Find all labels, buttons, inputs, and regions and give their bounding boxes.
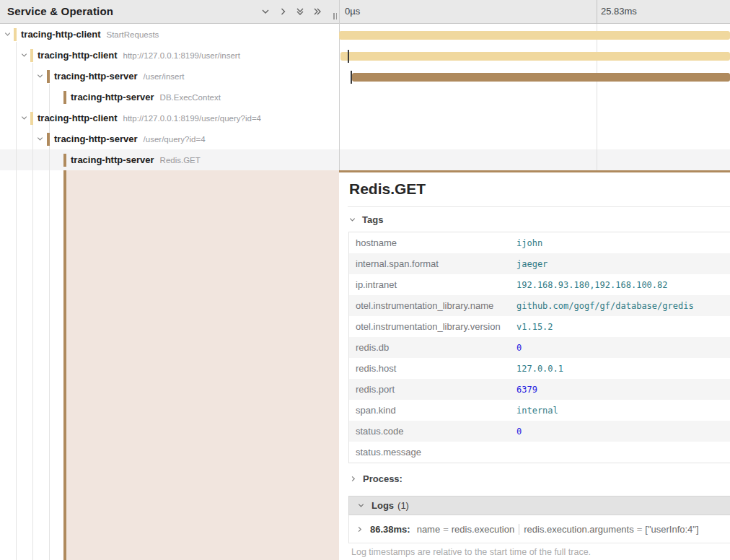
tag-row: otel.instrumentation_library.versionv1.1… bbox=[349, 316, 730, 337]
tag-row: internal.span.formatjaeger bbox=[349, 253, 730, 274]
span-detail-title: Redis.GET bbox=[349, 180, 426, 198]
log-field-separator bbox=[519, 524, 519, 535]
service-operation-title: Service & Operation bbox=[7, 5, 113, 17]
process-section-label: Process: bbox=[363, 473, 403, 484]
tag-key: internal.span.format bbox=[349, 258, 516, 269]
tag-value: v1.15.2 bbox=[516, 322, 553, 332]
span-row[interactable]: tracing-http-clienthttp://127.0.0.1:8199… bbox=[0, 108, 339, 128]
span-operation-name: StartRequests bbox=[107, 30, 159, 39]
log-marker-tick bbox=[351, 71, 352, 84]
log-field-key: name bbox=[417, 524, 441, 535]
span-operation-name: http://127.0.0.1:8199/user/insert bbox=[123, 51, 240, 60]
logs-section-label: Logs bbox=[371, 500, 394, 511]
divider bbox=[348, 206, 730, 207]
expander-chevron-down-icon[interactable] bbox=[36, 72, 44, 80]
tag-row: status.message bbox=[349, 442, 730, 463]
span-operation-name: http://127.0.0.1:8199/user/query?id=4 bbox=[123, 114, 262, 123]
tag-key: redis.port bbox=[349, 384, 516, 395]
chevron-down-icon bbox=[357, 502, 365, 509]
tag-key: redis.host bbox=[349, 363, 516, 374]
tag-key: otel.instrumentation_library.name bbox=[349, 300, 516, 311]
span-service-name: tracing-http-clienthttp://127.0.0.1:8199… bbox=[38, 113, 261, 123]
span-row[interactable]: tracing-http-server/user/query?id=4 bbox=[0, 128, 339, 149]
span-detail-panel: Redis.GET Tags hostnameijohninternal.spa… bbox=[339, 170, 730, 560]
tag-value: ijohn bbox=[516, 238, 542, 248]
tags-table: hostnameijohninternal.span.formatjaegeri… bbox=[348, 232, 730, 463]
span-operation-name: /user/insert bbox=[144, 72, 185, 81]
span-row[interactable]: tracing-http-clientStartRequests bbox=[0, 24, 339, 45]
chevron-down-icon[interactable] bbox=[260, 6, 271, 17]
process-section-header[interactable]: Process: bbox=[349, 473, 403, 484]
log-timestamp: 86.38ms: bbox=[370, 524, 410, 535]
double-chevron-right-icon[interactable] bbox=[312, 6, 322, 17]
log-field-value: redis.execution bbox=[452, 524, 514, 535]
equals-sign: = bbox=[634, 524, 646, 535]
span-service-name: tracing-http-server/user/query?id=4 bbox=[54, 134, 206, 144]
span-color-indicator bbox=[14, 28, 17, 41]
span-tree-header: Service & Operation bbox=[0, 0, 339, 24]
span-row[interactable]: tracing-http-serverRedis.GET bbox=[0, 149, 339, 170]
span-color-indicator bbox=[63, 154, 66, 167]
chevron-right-icon bbox=[356, 525, 364, 533]
tag-value: 6379 bbox=[516, 385, 537, 395]
tag-row: ip.intranet192.168.93.180,192.168.100.82 bbox=[349, 274, 730, 295]
tag-value: 0 bbox=[516, 343, 522, 353]
tag-key: redis.db bbox=[349, 342, 516, 353]
span-service-name: tracing-http-serverDB.ExecContext bbox=[71, 92, 221, 102]
span-tree-rows: tracing-http-clientStartRequeststracing-… bbox=[0, 24, 339, 170]
span-operation-name: DB.ExecContext bbox=[160, 93, 221, 102]
log-footnote: Log timestamps are relative to the start… bbox=[351, 547, 591, 557]
tag-row: hostnameijohn bbox=[349, 232, 730, 253]
span-service-name: tracing-http-clientStartRequests bbox=[21, 29, 159, 40]
span-service-name: tracing-http-serverRedis.GET bbox=[71, 154, 201, 165]
chevron-right-icon bbox=[349, 475, 357, 483]
tag-value: 192.168.93.180,192.168.100.82 bbox=[516, 280, 668, 290]
expander-chevron-down-icon[interactable] bbox=[20, 51, 28, 59]
span-color-indicator bbox=[47, 70, 50, 83]
tag-row: span.kindinternal bbox=[349, 400, 730, 421]
span-row[interactable]: tracing-http-server/user/insert bbox=[0, 66, 339, 87]
span-operation-name: Redis.GET bbox=[160, 156, 201, 165]
span-operation-name: /user/query?id=4 bbox=[144, 135, 206, 144]
log-field-key: redis.execution.arguments bbox=[524, 524, 633, 535]
double-chevron-down-icon[interactable] bbox=[294, 6, 305, 17]
chevron-right-icon[interactable] bbox=[277, 6, 288, 17]
tag-key: status.code bbox=[349, 426, 516, 437]
log-field-value: ["userInfo:4"] bbox=[645, 524, 698, 535]
tags-section-header[interactable]: Tags bbox=[348, 214, 383, 225]
logs-section-header[interactable]: Logs (1) bbox=[348, 496, 730, 515]
tag-row: otel.instrumentation_library.namegithub.… bbox=[349, 295, 730, 316]
tag-value: 127.0.0.1 bbox=[516, 364, 563, 374]
timeline-tick-start: 0µs bbox=[345, 6, 360, 17]
expander-chevron-down-icon[interactable] bbox=[4, 30, 12, 38]
tag-row: status.code0 bbox=[349, 421, 730, 442]
log-fields: name=redis.executionredis.execution.argu… bbox=[417, 524, 699, 535]
chevron-down-icon bbox=[348, 216, 356, 224]
log-marker-tick bbox=[348, 50, 349, 63]
expander-chevron-down-icon[interactable] bbox=[36, 135, 44, 143]
tag-value: 0 bbox=[516, 426, 522, 437]
tag-key: status.message bbox=[349, 447, 516, 458]
timeline-gridline bbox=[597, 0, 597, 24]
span-duration-bar[interactable] bbox=[352, 73, 730, 82]
span-row[interactable]: tracing-http-serverDB.ExecContext bbox=[0, 87, 339, 108]
span-service-name: tracing-http-clienthttp://127.0.0.1:8199… bbox=[38, 50, 240, 61]
selected-span-detail-tint bbox=[66, 170, 339, 560]
tag-key: hostname bbox=[349, 237, 516, 248]
span-color-indicator bbox=[30, 49, 33, 62]
tag-row: redis.db0 bbox=[349, 337, 730, 358]
span-service-name: tracing-http-server/user/insert bbox=[54, 71, 184, 82]
span-duration-bar[interactable] bbox=[340, 52, 730, 61]
tag-value: jaeger bbox=[516, 259, 548, 269]
timeline-tick-mid: 25.83ms bbox=[601, 6, 637, 17]
span-duration-bar[interactable] bbox=[339, 31, 730, 40]
span-row[interactable]: tracing-http-clienthttp://127.0.0.1:8199… bbox=[0, 45, 339, 66]
column-resize-handle[interactable] bbox=[333, 13, 339, 19]
tag-row: redis.port6379 bbox=[349, 379, 730, 400]
log-entry-row[interactable]: 86.38ms: name=redis.executionredis.execu… bbox=[348, 515, 730, 543]
span-color-indicator bbox=[47, 133, 50, 146]
tag-value: internal bbox=[516, 406, 558, 416]
logs-count: (1) bbox=[397, 500, 409, 511]
tag-value: github.com/gogf/gf/database/gredis bbox=[516, 301, 694, 311]
expander-chevron-down-icon[interactable] bbox=[20, 114, 28, 122]
